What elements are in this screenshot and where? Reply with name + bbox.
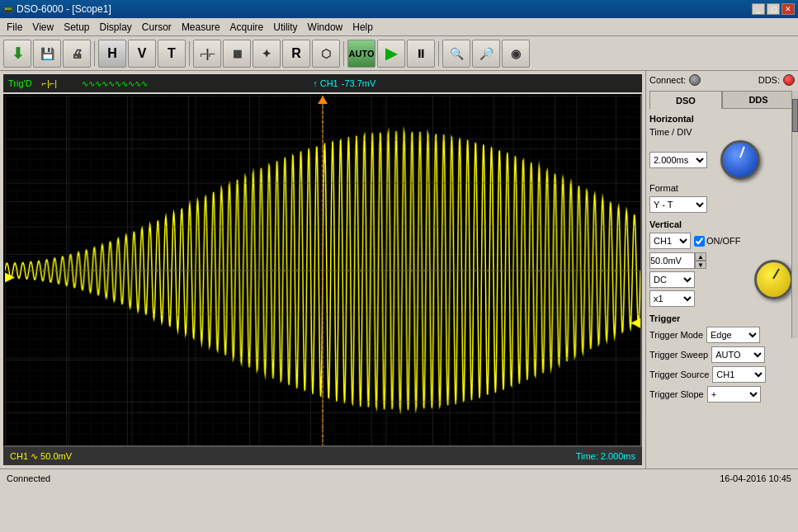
trigger-source-row: Trigger Source CH1 CH2 EXT [649, 366, 793, 383]
menu-cursor[interactable]: Cursor [137, 20, 177, 35]
sep4 [438, 41, 439, 66]
ch-select-row: CH1 CH2 ON/OFF [649, 233, 793, 249]
main-area: Trig'D ⌐|⌐| ∿∿∿∿∿∿∿∿∿∿ ↑ CH1 -73.7mV 316… [0, 71, 798, 468]
vertical-section: Vertical CH1 CH2 ON/OFF [649, 219, 793, 307]
math-btn[interactable]: ✦ [253, 40, 281, 68]
status-bar: Connected 16-04-2016 10:45 [0, 468, 798, 487]
menu-display[interactable]: Display [95, 20, 137, 35]
on-off-checkbox[interactable] [694, 236, 705, 247]
trigger-mode-row: Trigger Mode Edge Pulse Video [649, 327, 793, 343]
voltage-down-btn[interactable]: ▼ [695, 261, 706, 269]
tab-dds[interactable]: DDS [722, 91, 795, 109]
datetime-display: 16-04-2016 10:45 [720, 473, 791, 483]
sep3 [343, 41, 344, 66]
right-panel: Connect: DDS: DSO DDS Horizontal Time / … [645, 71, 798, 468]
voltage-up-btn[interactable]: ▲ [695, 252, 706, 261]
knob-indicator [739, 147, 745, 158]
time-div-row: Time / DIV [649, 127, 793, 137]
fft-btn[interactable]: ▦ [223, 40, 251, 68]
cursor-mode-btn[interactable]: ⬡ [312, 40, 340, 68]
menu-utility[interactable]: Utility [268, 20, 302, 35]
open-btn[interactable]: ⬇ [3, 40, 31, 68]
pulse-btn[interactable]: ⌐|⌐ [193, 40, 221, 68]
panel-scroll[interactable]: Horizontal Time / DIV 2.000ms 1.000ms 50… [649, 114, 795, 409]
dds-label: DDS: [758, 75, 780, 85]
menu-setup[interactable]: Setup [59, 20, 94, 35]
minimize-btn[interactable]: _ [752, 3, 765, 15]
voltage-spinner-btns: ▲ ▼ [695, 252, 706, 269]
knob-yellow-indicator [773, 268, 781, 279]
trigger-sweep-label: Trigger Sweep [649, 350, 708, 360]
wave-canvas [5, 96, 640, 445]
scope-display[interactable]: 316.000Hz 0 123RF [3, 94, 642, 447]
format-label: Format [649, 183, 699, 193]
title-bar-controls: _ ◻ ✕ [752, 3, 795, 15]
menu-window[interactable]: Window [303, 20, 348, 35]
trig-wave-preview: ∿∿∿∿∿∿∿∿∿∿ [82, 79, 148, 88]
right-panel-scrollbar[interactable] [791, 91, 798, 338]
trigger-slope-select[interactable]: + - [707, 386, 761, 403]
toolbar: ⬇ 💾 🖨 H V T ⌐|⌐ ▦ ✦ R ⬡ AUTO ▶ ⏸ 🔍 🔎 ◉ [0, 36, 798, 71]
menu-file[interactable]: File [2, 20, 27, 35]
menu-acquire[interactable]: Acquire [225, 20, 269, 35]
stop-btn[interactable]: ⏸ [407, 40, 435, 68]
v-btn[interactable]: V [128, 40, 156, 68]
time-div-knob[interactable] [720, 140, 760, 180]
format-row: Format [649, 183, 793, 193]
on-off-label: ON/OFF [694, 236, 741, 247]
trigger-source-label: Trigger Source [649, 370, 709, 379]
zoom-in-btn[interactable]: 🔍 [442, 40, 470, 68]
trig-label: Trig'D [8, 78, 32, 88]
trigger-mode-select[interactable]: Edge Pulse Video [706, 327, 760, 343]
horizontal-knob-container: 2.000ms 1.000ms 500us [649, 140, 793, 180]
dso-dds-tabs: DSO DDS [649, 91, 795, 109]
zoom-out-btn[interactable]: 🔎 [472, 40, 500, 68]
horizontal-title: Horizontal [649, 114, 793, 124]
h-btn[interactable]: H [98, 40, 126, 68]
trigger-level-marker [629, 445, 637, 447]
ref-btn[interactable]: R [282, 40, 310, 68]
menu-view[interactable]: View [27, 20, 59, 35]
close-btn[interactable]: ✕ [781, 3, 795, 15]
wave-export-btn[interactable]: ◉ [502, 40, 530, 68]
menu-help[interactable]: Help [347, 20, 378, 35]
ch1-trig-value: -73.7mV [342, 78, 376, 88]
voltage-input[interactable] [649, 252, 695, 269]
run-btn[interactable]: ▶ [377, 40, 405, 68]
voltage-knob[interactable] [754, 260, 793, 299]
trigger-mode-label: Trigger Mode [649, 330, 703, 340]
ch-select[interactable]: CH1 CH2 [649, 233, 691, 249]
trigger-sweep-row: Trigger Sweep AUTO NORMAL SINGLE [649, 346, 793, 363]
horizontal-section: Horizontal Time / DIV 2.000ms 1.000ms 50… [649, 114, 793, 213]
trigger-title: Trigger [649, 313, 793, 323]
save-btn[interactable]: 💾 [33, 40, 61, 68]
auto-btn[interactable]: AUTO [347, 40, 375, 68]
restore-btn[interactable]: ◻ [767, 3, 780, 15]
trigger-source-select[interactable]: CH1 CH2 EXT [712, 366, 766, 383]
trigger-sweep-select[interactable]: AUTO NORMAL SINGLE [711, 346, 765, 363]
time-div-select[interactable]: 2.000ms 1.000ms 500us [649, 152, 707, 168]
vertical-knob-container: ▲ ▼ DC AC GND x1 x10 x100 [649, 252, 793, 307]
format-select[interactable]: Y - T X - Y [649, 196, 707, 213]
connection-status: Connected [7, 473, 50, 483]
scope-area: Trig'D ⌐|⌐| ∿∿∿∿∿∿∿∿∿∿ ↑ CH1 -73.7mV 316… [0, 71, 645, 468]
trigger-slope-row: Trigger Slope + - [649, 386, 793, 403]
time-div-label: Time / DIV [649, 127, 699, 137]
scrollbar-thumb[interactable] [792, 99, 798, 132]
window-title: DSO-6000 - [Scope1] [17, 3, 111, 15]
connect-label: Connect: [649, 75, 686, 85]
scope-status-ch1: CH1 ∿ 50.0mV [10, 451, 72, 462]
trigger-section: Trigger Trigger Mode Edge Pulse Video Tr… [649, 313, 793, 403]
probe-select[interactable]: x1 x10 x100 [649, 290, 695, 307]
print-btn[interactable]: 🖨 [63, 40, 91, 68]
sep1 [94, 41, 95, 66]
connect-led [689, 74, 701, 86]
coupling-select[interactable]: DC AC GND [649, 271, 695, 288]
trigger-slope-label: Trigger Slope [649, 389, 704, 399]
dds-led [783, 74, 795, 86]
tab-dso[interactable]: DSO [649, 91, 722, 109]
t-btn[interactable]: T [158, 40, 186, 68]
menu-measure[interactable]: Measure [177, 20, 225, 35]
scope-status: CH1 ∿ 50.0mV Time: 2.000ms [3, 447, 642, 465]
menu-bar: File View Setup Display Cursor Measure A… [0, 18, 798, 36]
